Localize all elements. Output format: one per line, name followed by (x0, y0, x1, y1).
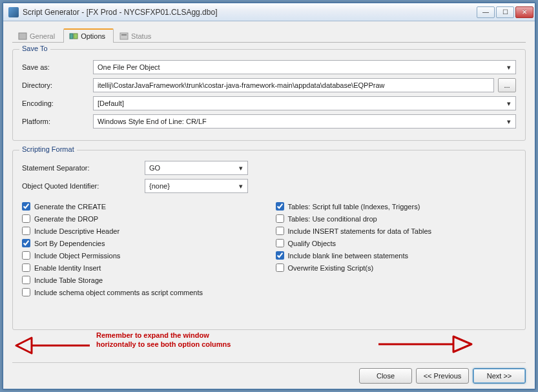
save-as-value[interactable] (93, 60, 516, 74)
encoding-combo[interactable]: ▾ (93, 96, 516, 110)
next-button[interactable]: Next >> (473, 368, 526, 384)
group-legend: Scripting Format (19, 145, 77, 153)
content-area: General Options Status Save To Save as: … (3, 21, 535, 389)
chevron-down-icon[interactable]: ▾ (236, 181, 246, 191)
chk-blank-line[interactable]: Include blank line between statements (276, 251, 517, 260)
platform-label: Platform: (22, 118, 93, 125)
svg-rect-4 (121, 34, 127, 36)
save-as-combo[interactable]: ▾ (93, 60, 516, 74)
chevron-down-icon[interactable]: ▾ (504, 62, 514, 72)
tab-status[interactable]: Status (114, 29, 160, 43)
encoding-value[interactable] (93, 96, 516, 110)
chk-generate-create[interactable]: Generate the CREATE (22, 202, 263, 211)
chk-table-storage[interactable]: Include Table Storage (22, 276, 263, 284)
quoted-label: Object Quoted Identifier: (22, 182, 145, 190)
chk-identity-insert[interactable]: Enable Identity Insert (22, 263, 263, 272)
arrow-right-icon (377, 333, 474, 357)
tab-label: Options (81, 32, 105, 40)
chevron-down-icon[interactable]: ▾ (504, 98, 514, 108)
chk-sort-dependencies[interactable]: Sort By Dependencies (22, 239, 263, 247)
chk-qualify-objects[interactable]: Qualify Objects (276, 239, 517, 247)
save-as-label: Save as: (22, 63, 93, 71)
chk-descriptive-header[interactable]: Include Descriptive Header (22, 227, 263, 235)
quoted-value[interactable] (145, 179, 248, 193)
tabstrip: General Options Status (12, 28, 526, 43)
platform-combo[interactable]: ▾ (93, 114, 516, 129)
separator-value[interactable] (145, 161, 248, 175)
chk-conditional-drop[interactable]: Tables: Use conditional drop (276, 214, 517, 223)
window-title: Script Generator - [FX Prod - NYCSFXP01.… (23, 8, 477, 17)
status-icon (119, 32, 129, 40)
tab-label: General (30, 32, 55, 40)
minimize-button[interactable]: — (477, 6, 495, 18)
platform-value[interactable] (93, 114, 516, 129)
window-controls: — ☐ ✕ (477, 6, 533, 18)
tab-label: Status (131, 32, 151, 40)
previous-button[interactable]: << Previous (416, 368, 469, 384)
tab-options[interactable]: Options (63, 28, 114, 43)
arrow-left-icon (14, 334, 91, 358)
footer-buttons: Close << Previous Next >> (12, 362, 526, 384)
svg-rect-3 (120, 33, 128, 39)
chk-generate-drop[interactable]: Generate the DROP (22, 214, 263, 223)
maximize-button[interactable]: ☐ (496, 6, 514, 18)
checkbox-columns: Generate the CREATE Generate the DROP In… (22, 198, 516, 300)
encoding-label: Encoding: (22, 99, 93, 107)
separator-label: Statement Separator: (22, 164, 145, 172)
directory-label: Directory: (22, 81, 93, 89)
close-window-button[interactable]: ✕ (515, 6, 533, 18)
group-save-to: Save To Save as: ▾ Directory: ... Encodi… (12, 49, 526, 141)
svg-rect-2 (74, 34, 78, 39)
chk-full-table[interactable]: Tables: Script full table (Indexes, Trig… (276, 202, 517, 211)
directory-input[interactable] (93, 78, 494, 92)
app-window: Script Generator - [FX Prod - NYCSFXP01.… (3, 3, 535, 389)
checkbox-col-left: Generate the CREATE Generate the DROP In… (22, 198, 263, 300)
separator-combo[interactable]: ▾ (145, 161, 248, 175)
options-icon (69, 32, 78, 40)
group-scripting-format: Scripting Format Statement Separator: ▾ … (12, 150, 526, 330)
chk-insert-statements[interactable]: Include INSERT statements for data of Ta… (276, 227, 517, 235)
annotation-overlay: Remember to expand the window horizontal… (12, 331, 526, 358)
svg-rect-1 (70, 34, 73, 39)
quoted-combo[interactable]: ▾ (145, 179, 248, 193)
svg-rect-0 (19, 33, 26, 39)
chk-schema-comments[interactable]: Include schema object comments as script… (22, 288, 263, 296)
chevron-down-icon[interactable]: ▾ (504, 116, 514, 127)
tab-general[interactable]: General (12, 29, 63, 43)
chk-object-permissions[interactable]: Include Object Permissions (22, 251, 263, 260)
close-button[interactable]: Close (359, 368, 412, 384)
group-legend: Save To (19, 45, 50, 52)
checkbox-col-right: Tables: Script full table (Indexes, Trig… (276, 198, 517, 300)
titlebar: Script Generator - [FX Prod - NYCSFXP01.… (3, 3, 535, 21)
app-icon (8, 7, 19, 17)
annotation-text: Remember to expand the window horizontal… (96, 331, 231, 349)
browse-button[interactable]: ... (498, 78, 516, 92)
general-icon (18, 32, 27, 40)
chk-overwrite[interactable]: Overwrite Existing Script(s) (276, 263, 517, 272)
chevron-down-icon[interactable]: ▾ (236, 163, 246, 173)
